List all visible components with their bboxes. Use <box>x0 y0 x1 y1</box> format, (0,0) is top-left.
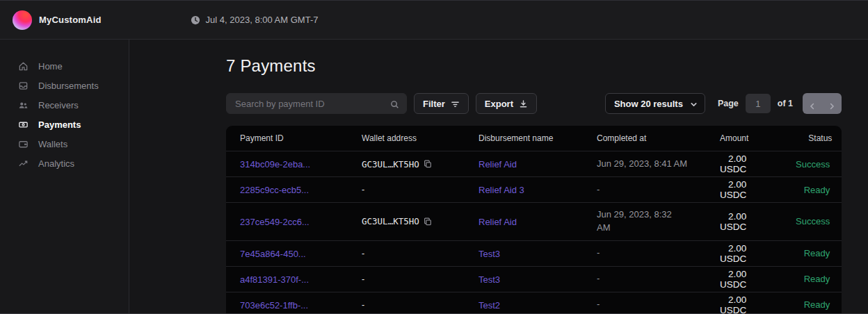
sidebar-item-receivers[interactable]: Receivers <box>0 95 129 115</box>
wallet-address: - <box>362 249 364 258</box>
table-row: 314bc09e-2eba... GC3UL…KT5HO Relief Aid … <box>226 151 842 177</box>
table-header-row: Payment ID Wallet address Disbursement n… <box>226 126 842 151</box>
payments-table-body: 314bc09e-2eba... GC3UL…KT5HO Relief Aid … <box>226 151 842 314</box>
analytics-icon <box>18 158 29 169</box>
brand-name: MyCustomAid <box>39 15 102 25</box>
column-header-amount: Amount <box>720 133 765 143</box>
sidebar-item-wallets[interactable]: Wallets <box>0 134 129 154</box>
export-button[interactable]: Export <box>476 93 537 114</box>
payment-id-link[interactable]: 2285c9cc-ecb5... <box>240 185 309 195</box>
pager <box>803 93 842 114</box>
payment-id-link[interactable]: 703e6c52-1ffb-... <box>240 300 308 311</box>
sidebar-item-disbursements[interactable]: Disbursements <box>0 76 129 95</box>
wallet-address-cell: - <box>362 300 479 310</box>
status-badge: Success <box>763 216 830 226</box>
table-row: 2285c9cc-ecb5... - Relief Aid 3 - 2.00 U… <box>226 177 842 203</box>
amount: 2.00 USDC <box>720 179 763 200</box>
status-badge: Ready <box>763 274 830 284</box>
prev-page-button[interactable] <box>809 100 816 107</box>
completed-at: - <box>597 241 720 265</box>
sidebar-item-label: Analytics <box>38 158 74 169</box>
payments-table: Payment ID Wallet address Disbursement n… <box>226 126 842 314</box>
wallet-address-cell: GC3UL…KT5HO <box>362 159 479 170</box>
sidebar-item-label: Disbursements <box>38 81 99 91</box>
clock-icon <box>191 15 200 25</box>
pagination-controls: Show 20 results Page of 1 <box>605 93 842 114</box>
toolbar: Filter Export Show 20 results Page <box>226 93 842 114</box>
filter-button-label: Filter <box>423 99 445 109</box>
timestamp-text: Jul 4, 2023, 8:00 AM GMT-7 <box>206 15 319 25</box>
sidebar-item-label: Home <box>38 61 63 72</box>
page-title: 7 Payments <box>226 56 842 76</box>
wallets-icon <box>18 139 29 149</box>
completed-at: Jun 29, 2023, 8:41 AM <box>597 152 720 176</box>
wallet-address: - <box>362 300 364 310</box>
chevron-down-icon <box>690 100 698 108</box>
next-page-button[interactable] <box>828 100 835 107</box>
export-button-label: Export <box>485 99 513 109</box>
column-header-payment-id: Payment ID <box>240 133 362 143</box>
wallet-address-cell: GC3UL…KT5HO <box>362 216 479 226</box>
column-header-status: Status <box>765 133 832 143</box>
disbursements-icon <box>18 81 29 91</box>
payments-page: 7 Payments Filter Export <box>129 40 868 314</box>
sidebar-item-label: Wallets <box>38 139 67 149</box>
filter-button[interactable]: Filter <box>414 93 469 114</box>
payment-id-link[interactable]: a4f81391-370f-... <box>240 274 309 285</box>
wallet-address: - <box>362 185 364 195</box>
payment-id-link[interactable]: 7e45a864-450... <box>240 249 306 259</box>
status-badge: Ready <box>763 185 830 195</box>
sidebar-item-label: Payments <box>38 119 81 130</box>
completed-at: Jun 29, 2023, 8:32 AM <box>597 203 684 240</box>
page-number-input[interactable] <box>746 94 771 113</box>
export-download-icon <box>519 99 528 108</box>
column-header-wallet-address: Wallet address <box>362 133 479 143</box>
completed-at: - <box>597 292 720 314</box>
copy-icon[interactable] <box>424 160 432 168</box>
status-badge: Ready <box>763 299 830 310</box>
show-results-select[interactable]: Show 20 results <box>605 93 705 114</box>
disbursement-name-link[interactable]: Test3 <box>479 249 500 259</box>
payments-icon <box>18 119 29 130</box>
table-row: 237ce549-2cc6... GC3UL…KT5HO Relief Aid … <box>226 203 842 241</box>
sidebar: Home Disbursements Receivers Payments Wa… <box>0 40 129 314</box>
column-header-completed-at: Completed at <box>597 133 720 143</box>
completed-at: - <box>597 267 720 291</box>
page-total-label: of 1 <box>778 99 793 108</box>
completed-at: - <box>597 178 720 202</box>
home-icon <box>18 61 29 72</box>
sidebar-item-home[interactable]: Home <box>0 56 129 76</box>
session-timestamp: Jul 4, 2023, 8:00 AM GMT-7 <box>191 15 319 25</box>
topbar: MyCustomAid Jul 4, 2023, 8:00 AM GMT-7 <box>0 1 868 40</box>
sidebar-item-payments[interactable]: Payments <box>0 115 129 134</box>
wallet-address: GC3UL…KT5HO <box>362 216 419 226</box>
sidebar-item-label: Receivers <box>38 100 79 110</box>
amount: 2.00 USDC <box>720 154 763 174</box>
page-label: Page <box>718 99 739 108</box>
disbursement-name-link[interactable]: Relief Aid <box>479 217 517 227</box>
search-input[interactable] <box>235 99 390 109</box>
amount: 2.00 USDC <box>720 269 763 290</box>
disbursement-name-link[interactable]: Relief Aid 3 <box>479 185 524 195</box>
amount: 2.00 USDC <box>720 243 763 264</box>
table-row: a4f81391-370f-... - Test3 - 2.00 USDC Re… <box>226 267 842 292</box>
wallet-address-cell: - <box>362 274 479 284</box>
disbursement-name-link[interactable]: Relief Aid <box>479 159 517 170</box>
status-badge: Ready <box>763 248 830 258</box>
sidebar-item-analytics[interactable]: Analytics <box>0 154 129 173</box>
payment-id-link[interactable]: 237ce549-2cc6... <box>240 217 310 227</box>
disbursement-name-link[interactable]: Test2 <box>479 300 500 311</box>
payment-id-link[interactable]: 314bc09e-2eba... <box>240 159 310 170</box>
disbursement-name-link[interactable]: Test3 <box>479 274 500 285</box>
receivers-icon <box>18 100 29 110</box>
brand-logo <box>13 10 32 30</box>
amount: 2.00 USDC <box>720 295 763 314</box>
table-row: 7e45a864-450... - Test3 - 2.00 USDC Read… <box>226 241 842 267</box>
search-box <box>226 93 407 114</box>
filter-icon <box>451 99 460 108</box>
copy-icon[interactable] <box>424 217 432 226</box>
status-badge: Success <box>763 159 830 170</box>
show-results-label: Show 20 results <box>614 99 683 109</box>
wallet-address: - <box>362 274 364 284</box>
amount: 2.00 USDC <box>720 211 763 232</box>
